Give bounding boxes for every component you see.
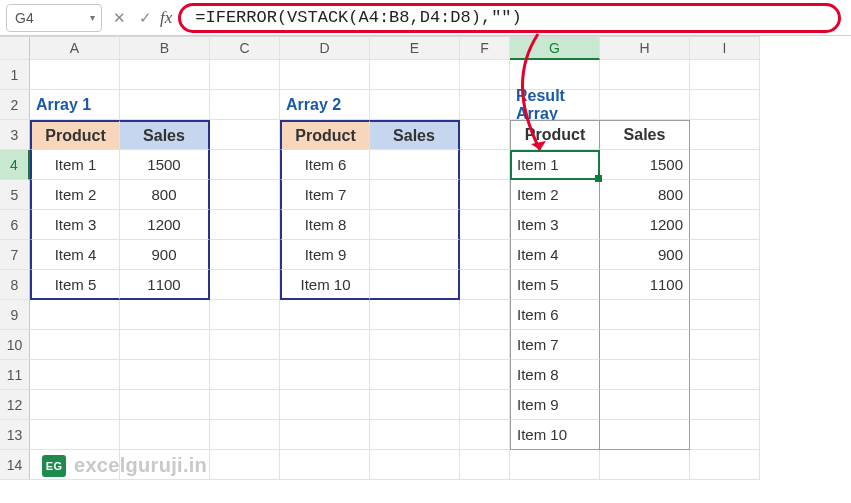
row-header-12[interactable]: 12 xyxy=(0,390,30,420)
row-header-9[interactable]: 9 xyxy=(0,300,30,330)
col-header-F[interactable]: F xyxy=(460,36,510,60)
result-row[interactable] xyxy=(600,300,690,330)
cell[interactable] xyxy=(280,330,370,360)
result-row[interactable]: 1200 xyxy=(600,210,690,240)
cell[interactable] xyxy=(30,300,120,330)
row-header-7[interactable]: 7 xyxy=(0,240,30,270)
result-row[interactable]: Item 7 xyxy=(510,330,600,360)
cell[interactable] xyxy=(690,360,760,390)
spreadsheet-grid[interactable]: A B C D E F G H I 1 2 Array 1 Array 2 Re… xyxy=(0,36,851,480)
array1-row[interactable]: 1100 xyxy=(120,270,210,300)
result-header-product[interactable]: Product xyxy=(510,120,600,150)
cell[interactable] xyxy=(460,360,510,390)
cell[interactable] xyxy=(120,420,210,450)
cell[interactable] xyxy=(120,60,210,90)
cell[interactable] xyxy=(460,90,510,120)
cell[interactable] xyxy=(210,330,280,360)
cell[interactable] xyxy=(210,210,280,240)
col-header-G[interactable]: G xyxy=(510,36,600,60)
cancel-icon[interactable]: ✕ xyxy=(108,9,130,27)
cell[interactable] xyxy=(30,60,120,90)
cell[interactable] xyxy=(210,180,280,210)
result-row[interactable] xyxy=(600,360,690,390)
cell[interactable] xyxy=(370,450,460,480)
array2-row[interactable]: Item 9 xyxy=(280,240,370,270)
cell[interactable] xyxy=(120,360,210,390)
cell[interactable] xyxy=(210,450,280,480)
cell[interactable] xyxy=(210,120,280,150)
array1-row[interactable]: 1500 xyxy=(120,150,210,180)
cell[interactable] xyxy=(460,390,510,420)
cell[interactable] xyxy=(690,120,760,150)
array1-row[interactable]: Item 2 xyxy=(30,180,120,210)
array1-row[interactable]: Item 1 xyxy=(30,150,120,180)
cell[interactable] xyxy=(210,420,280,450)
cell[interactable] xyxy=(120,300,210,330)
result-row[interactable]: 900 xyxy=(600,240,690,270)
cell[interactable] xyxy=(460,300,510,330)
col-header-H[interactable]: H xyxy=(600,36,690,60)
cell[interactable] xyxy=(370,300,460,330)
array1-row[interactable]: Item 5 xyxy=(30,270,120,300)
array2-row[interactable]: Item 6 xyxy=(280,150,370,180)
cell[interactable] xyxy=(690,420,760,450)
cell[interactable] xyxy=(690,180,760,210)
result-header-sales[interactable]: Sales xyxy=(600,120,690,150)
cell[interactable] xyxy=(460,450,510,480)
result-row[interactable]: Item 3 xyxy=(510,210,600,240)
cell[interactable] xyxy=(690,450,760,480)
col-header-A[interactable]: A xyxy=(30,36,120,60)
result-row[interactable]: Item 10 xyxy=(510,420,600,450)
enter-icon[interactable]: ✓ xyxy=(134,9,156,27)
array2-title[interactable]: Array 2 xyxy=(280,90,370,120)
cell[interactable] xyxy=(600,60,690,90)
cell[interactable] xyxy=(690,60,760,90)
array2-row[interactable] xyxy=(370,240,460,270)
row-header-2[interactable]: 2 xyxy=(0,90,30,120)
array2-row[interactable]: Item 8 xyxy=(280,210,370,240)
array1-row[interactable]: Item 3 xyxy=(30,210,120,240)
cell[interactable] xyxy=(280,450,370,480)
cell[interactable] xyxy=(280,300,370,330)
result-row[interactable]: Item 4 xyxy=(510,240,600,270)
name-box[interactable]: G4 ▾ xyxy=(6,4,102,32)
cell[interactable] xyxy=(280,60,370,90)
row-header-4[interactable]: 4 xyxy=(0,150,30,180)
result-row[interactable] xyxy=(600,390,690,420)
cell[interactable] xyxy=(460,180,510,210)
col-header-C[interactable]: C xyxy=(210,36,280,60)
array2-row[interactable]: Item 10 xyxy=(280,270,370,300)
cell[interactable] xyxy=(600,450,690,480)
cell[interactable] xyxy=(210,270,280,300)
cell[interactable] xyxy=(690,300,760,330)
result-row[interactable]: Item 1 xyxy=(510,150,600,180)
array1-row[interactable]: 800 xyxy=(120,180,210,210)
cell[interactable] xyxy=(280,360,370,390)
cell[interactable] xyxy=(210,300,280,330)
cell[interactable] xyxy=(690,240,760,270)
cell[interactable] xyxy=(460,330,510,360)
cell[interactable] xyxy=(280,390,370,420)
cell[interactable] xyxy=(120,390,210,420)
cell[interactable] xyxy=(460,60,510,90)
col-header-B[interactable]: B xyxy=(120,36,210,60)
row-header-14[interactable]: 14 xyxy=(0,450,30,480)
row-header-1[interactable]: 1 xyxy=(0,60,30,90)
col-header-E[interactable]: E xyxy=(370,36,460,60)
cell[interactable] xyxy=(690,150,760,180)
cell[interactable] xyxy=(210,60,280,90)
formula-bar[interactable]: =IFERROR(VSTACK(A4:B8,D4:D8),"") xyxy=(178,3,841,33)
cell[interactable] xyxy=(460,240,510,270)
result-row[interactable]: Item 2 xyxy=(510,180,600,210)
array2-row[interactable]: Item 7 xyxy=(280,180,370,210)
select-all-corner[interactable] xyxy=(0,36,30,60)
cell[interactable] xyxy=(460,210,510,240)
cell[interactable] xyxy=(30,390,120,420)
row-header-6[interactable]: 6 xyxy=(0,210,30,240)
result-row[interactable]: Item 8 xyxy=(510,360,600,390)
result-row[interactable]: 1100 xyxy=(600,270,690,300)
cell[interactable] xyxy=(370,390,460,420)
array2-row[interactable] xyxy=(370,270,460,300)
array1-row[interactable]: 900 xyxy=(120,240,210,270)
cell[interactable] xyxy=(370,60,460,90)
